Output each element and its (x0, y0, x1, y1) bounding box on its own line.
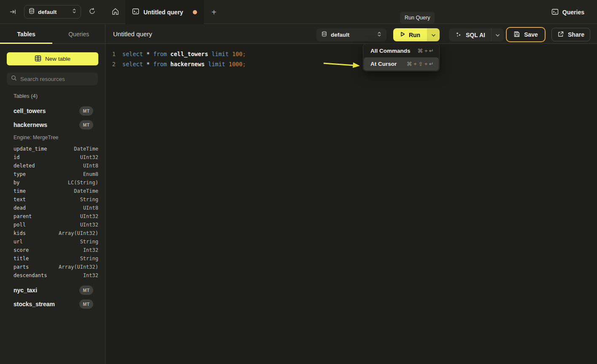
run-options-button[interactable] (427, 28, 440, 41)
refresh-icon (89, 8, 96, 17)
queries-button[interactable]: Queries (551, 6, 584, 19)
terminal-icon (132, 8, 139, 16)
engine-badge: MT (79, 120, 93, 129)
save-button-label: Save (524, 31, 538, 38)
query-title: Untitled query (113, 30, 152, 38)
sql-editor[interactable]: 1select * from cell_towers limit 100;2se… (105, 44, 597, 364)
column-row: update_timeDateTime (0, 145, 105, 153)
code-lines: 1select * from cell_towers limit 100;2se… (105, 44, 597, 69)
chevron-updown-icon (377, 31, 381, 39)
column-type: String (80, 256, 98, 262)
new-table-label: New table (45, 56, 70, 62)
column-type: LC(String) (68, 180, 98, 186)
run-options-menu: All Commands⌘ + ↵At Cursor⌘ + ⇧ + ↵ (363, 43, 440, 71)
code-token (150, 51, 153, 57)
table-row-hackernews[interactable]: hackernewsMT (0, 118, 105, 132)
column-type: DateTime (74, 146, 98, 152)
code-token (225, 61, 229, 67)
code-token: from (153, 61, 167, 67)
column-name: by (14, 180, 19, 186)
sidebar: Tables Queries New table Tables (4) cell… (0, 24, 105, 364)
code-token: limit (211, 51, 229, 57)
column-row: idUInt32 (0, 153, 105, 162)
tab-label: Untitled query (143, 9, 189, 16)
code-token: select (122, 61, 143, 67)
code-token (229, 51, 232, 57)
column-type: Array(UInt32) (59, 264, 98, 270)
new-table-button[interactable]: New table (7, 52, 98, 65)
column-row: titleString (0, 254, 105, 263)
table-row-nyc_taxi[interactable]: nyc_taxiMT (0, 283, 105, 297)
column-name: id (14, 154, 19, 160)
toolbar-database-selector[interactable]: default (316, 28, 386, 41)
sql-ai-button-group: SQL AI (449, 28, 504, 41)
sidebar-tabs: Tables Queries (0, 24, 105, 44)
database-icon (321, 31, 327, 39)
column-row: timeDateTime (0, 187, 105, 195)
column-type: Int32 (83, 272, 98, 278)
menu-item-shortcut: ⌘ + ↵ (417, 48, 434, 54)
home-tab[interactable] (105, 0, 125, 24)
topbar-database-selector[interactable]: default (24, 5, 81, 19)
column-row: scoreInt32 (0, 246, 105, 254)
run-button[interactable]: Run (393, 28, 427, 41)
chevron-updown-icon (72, 8, 76, 16)
column-name: title (14, 256, 29, 262)
column-name: parts (14, 264, 29, 270)
column-name: parent (14, 213, 32, 219)
table-name: stocks_stream (14, 301, 55, 307)
unsaved-changes-dot (193, 10, 197, 14)
tab-untitled-query[interactable]: Untitled query (125, 0, 204, 24)
code-token: ; (243, 61, 246, 67)
code-token: 100 (232, 51, 242, 57)
code-token: cell_towers (170, 51, 208, 57)
column-name: type (14, 171, 26, 177)
column-type: Int32 (83, 247, 98, 253)
code-line: 1select * from cell_towers limit 100; (105, 49, 597, 59)
new-tab-button[interactable]: + (208, 6, 220, 19)
search-input[interactable] (20, 76, 94, 82)
column-name: update_time (14, 146, 47, 152)
column-row: partsArray(UInt32) (0, 263, 105, 271)
chevron-down-icon (431, 32, 436, 38)
column-type: UInt8 (83, 163, 98, 169)
sql-ai-button[interactable]: SQL AI (449, 28, 491, 41)
column-list: update_timeDateTimeidUInt32deletedUInt8t… (0, 143, 105, 283)
column-name: kids (14, 230, 26, 236)
column-type: UInt32 (80, 213, 98, 219)
table-row-stocks_stream[interactable]: stocks_streamMT (0, 297, 105, 311)
menu-item-at-cursor[interactable]: At Cursor⌘ + ⇧ + ↵ (364, 57, 439, 70)
collapse-sidebar-button[interactable] (8, 7, 19, 18)
sidebar-tab-tables[interactable]: Tables (0, 24, 53, 43)
menu-item-label: All Commands (370, 48, 411, 54)
refresh-button[interactable] (86, 6, 98, 18)
table-row-cell_towers[interactable]: cell_towersMT (0, 104, 105, 118)
menu-item-label: At Cursor (370, 61, 397, 67)
menu-item-shortcut: ⌘ + ⇧ + ↵ (407, 61, 434, 67)
column-type: Enum8 (83, 171, 98, 177)
code-token (143, 61, 146, 67)
column-row: urlString (0, 237, 105, 246)
column-row: pollUInt32 (0, 221, 105, 229)
code-token (208, 51, 211, 57)
code-token: * (146, 61, 150, 67)
menu-item-all-commands[interactable]: All Commands⌘ + ↵ (364, 44, 439, 57)
column-type: UInt32 (80, 154, 98, 160)
column-name: score (14, 247, 29, 253)
save-button[interactable]: Save (506, 27, 546, 42)
run-query-tooltip: Run Query (400, 12, 435, 24)
code-token (167, 61, 170, 67)
column-name: dead (14, 205, 26, 211)
code-token: select (122, 51, 143, 57)
save-icon (513, 31, 520, 39)
sidebar-tab-queries[interactable]: Queries (53, 24, 105, 43)
code-token: from (153, 51, 167, 57)
column-row: textString (0, 195, 105, 204)
tooltip-label: Run Query (405, 15, 430, 21)
column-type: UInt8 (83, 205, 98, 211)
share-button[interactable]: Share (551, 28, 590, 41)
active-tab-underline (0, 43, 52, 44)
sql-ai-options-button[interactable] (491, 28, 504, 41)
queries-terminal-icon (551, 8, 559, 16)
database-icon (29, 8, 35, 16)
